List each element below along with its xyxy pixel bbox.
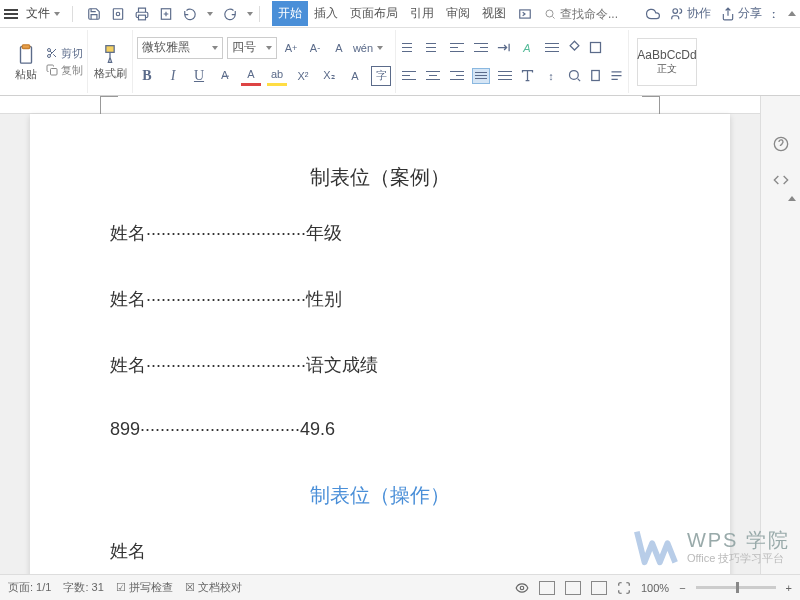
- text-effects-button[interactable]: A: [517, 38, 537, 58]
- tab-start[interactable]: 开始: [272, 1, 308, 26]
- text-direction-button[interactable]: [520, 68, 535, 83]
- svg-rect-2: [139, 15, 146, 20]
- indent-button[interactable]: [472, 40, 490, 56]
- font-name-select[interactable]: 微软雅黑: [137, 37, 223, 59]
- subscript-button[interactable]: X₂: [319, 66, 339, 86]
- tab-stop-button[interactable]: [496, 40, 511, 55]
- margin-marker-left: [100, 96, 118, 114]
- doc-line-2: 姓名································性别: [110, 287, 650, 311]
- change-case-button[interactable]: A: [329, 38, 349, 58]
- status-page[interactable]: 页面: 1/1: [8, 580, 51, 595]
- italic-button[interactable]: I: [163, 66, 183, 86]
- undo-icon[interactable]: [183, 7, 197, 21]
- tab-layout[interactable]: 页面布局: [344, 1, 404, 26]
- hamburger-icon[interactable]: [4, 9, 18, 19]
- tab-review[interactable]: 审阅: [440, 1, 476, 26]
- undo-dropdown[interactable]: [207, 12, 213, 16]
- strikethrough-button[interactable]: A̶: [215, 66, 235, 86]
- svg-point-6: [673, 8, 678, 13]
- print-icon[interactable]: [135, 7, 149, 21]
- font-dropdown[interactable]: [377, 46, 383, 50]
- bullets-button[interactable]: [400, 40, 418, 56]
- separator: [72, 6, 73, 22]
- status-words[interactable]: 字数: 31: [63, 580, 103, 595]
- clear-format-button[interactable]: A: [345, 66, 365, 86]
- horizontal-ruler[interactable]: [0, 96, 760, 114]
- document-viewport[interactable]: 制表位（案例） 姓名······························…: [0, 96, 760, 574]
- collapse-ribbon-icon[interactable]: [788, 11, 796, 16]
- file-menu[interactable]: 文件: [20, 3, 66, 24]
- svg-point-5: [546, 10, 553, 17]
- tab-overflow-icon[interactable]: [518, 7, 532, 21]
- character-border-button[interactable]: 字: [371, 66, 391, 86]
- collab-button[interactable]: 协作: [670, 5, 711, 22]
- format-painter-button[interactable]: 格式刷: [92, 42, 128, 81]
- font-color-button[interactable]: A: [241, 66, 261, 86]
- svg-rect-11: [51, 69, 58, 76]
- paragraph-spacing-button[interactable]: ↕: [541, 66, 561, 86]
- paragraph-settings-button[interactable]: [609, 68, 624, 83]
- font-size-select[interactable]: 四号: [227, 37, 277, 59]
- outdent-button[interactable]: [448, 40, 466, 56]
- cut-button[interactable]: 剪切: [46, 46, 83, 61]
- doc-line-1: 姓名································年级: [110, 221, 650, 245]
- status-proof[interactable]: ☒ 文档校对: [185, 580, 242, 595]
- more-icon[interactable]: ː: [772, 7, 778, 21]
- view-web[interactable]: [591, 581, 607, 595]
- line-spacing-button[interactable]: [543, 40, 561, 56]
- tab-ref[interactable]: 引用: [404, 1, 440, 26]
- svg-point-17: [520, 586, 524, 590]
- phonetic-button[interactable]: wén: [353, 38, 373, 58]
- print-preview-icon[interactable]: [111, 7, 125, 21]
- reading-mode-icon[interactable]: [515, 581, 529, 595]
- copy-button[interactable]: 复制: [46, 63, 83, 78]
- export-icon[interactable]: [159, 7, 173, 21]
- code-icon[interactable]: [773, 172, 789, 188]
- cloud-icon[interactable]: [646, 7, 660, 21]
- zoom-in-button[interactable]: +: [786, 582, 792, 594]
- zoom-slider[interactable]: [696, 586, 776, 589]
- save-icon[interactable]: [87, 7, 101, 21]
- scroll-up-icon[interactable]: [788, 196, 796, 201]
- clipboard-icon: [15, 41, 37, 67]
- align-distribute-button[interactable]: [496, 68, 514, 84]
- view-print-layout[interactable]: [539, 581, 555, 595]
- doc-line-5: 姓名: [110, 539, 650, 563]
- shading-button[interactable]: [567, 40, 582, 55]
- style-normal[interactable]: AaBbCcDd 正文: [637, 38, 697, 86]
- view-outline[interactable]: [565, 581, 581, 595]
- paste-button[interactable]: 粘贴: [8, 30, 44, 93]
- command-search[interactable]: [544, 7, 630, 21]
- numbering-button[interactable]: [424, 40, 442, 56]
- zoom-level[interactable]: 100%: [641, 582, 669, 594]
- zoom-out-button[interactable]: −: [679, 582, 685, 594]
- document-page[interactable]: 制表位（案例） 姓名······························…: [30, 114, 730, 574]
- search-icon: [544, 8, 556, 20]
- align-right-button[interactable]: [448, 68, 466, 84]
- borders-button[interactable]: [588, 40, 603, 55]
- grow-font-button[interactable]: A+: [281, 38, 301, 58]
- bold-button[interactable]: B: [137, 66, 157, 86]
- doc-line-3: 姓名································语文成绩: [110, 353, 650, 377]
- superscript-button[interactable]: X²: [293, 66, 313, 86]
- align-center-button[interactable]: [424, 68, 442, 84]
- fullscreen-icon[interactable]: [617, 581, 631, 595]
- search-input[interactable]: [560, 7, 630, 21]
- svg-point-1: [116, 12, 120, 16]
- qat-customize[interactable]: [247, 12, 253, 16]
- help-icon[interactable]: [773, 136, 789, 152]
- tab-view[interactable]: 视图: [476, 1, 512, 26]
- status-spell[interactable]: ☑ 拼写检查: [116, 580, 173, 595]
- shrink-font-button[interactable]: A-: [305, 38, 325, 58]
- align-left-button[interactable]: [400, 68, 418, 84]
- underline-button[interactable]: U: [189, 66, 209, 86]
- select-button[interactable]: [588, 68, 603, 83]
- tab-insert[interactable]: 插入: [308, 1, 344, 26]
- highlight-button[interactable]: ab: [267, 66, 287, 86]
- scissors-icon: [46, 47, 58, 59]
- find-button[interactable]: [567, 68, 582, 83]
- redo-icon[interactable]: [223, 7, 237, 21]
- svg-point-14: [570, 71, 579, 80]
- share-button[interactable]: 分享: [721, 5, 762, 22]
- align-justify-button[interactable]: [472, 68, 490, 84]
